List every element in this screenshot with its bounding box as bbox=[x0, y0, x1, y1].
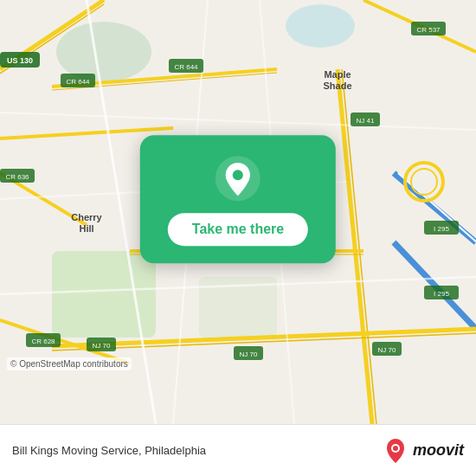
bottom-bar: Bill Kings Moving Service, Philadelphia … bbox=[0, 424, 476, 476]
svg-text:NJ 70: NJ 70 bbox=[240, 351, 258, 358]
svg-text:I 295: I 295 bbox=[434, 225, 449, 233]
svg-text:CR 636: CR 636 bbox=[5, 173, 29, 181]
business-name: Bill Kings Moving Service, Philadelphia bbox=[12, 444, 371, 457]
osm-credit: © OpenStreetMap contributors bbox=[7, 357, 132, 370]
osm-credit-text: © OpenStreetMap contributors bbox=[10, 359, 128, 369]
svg-text:CR 644: CR 644 bbox=[66, 78, 90, 86]
svg-point-2 bbox=[286, 4, 355, 48]
svg-text:NJ 70: NJ 70 bbox=[93, 342, 111, 350]
svg-text:I 295: I 295 bbox=[434, 290, 449, 298]
svg-text:Maple: Maple bbox=[324, 69, 351, 80]
take-me-there-button[interactable]: Take me there bbox=[168, 213, 308, 246]
svg-point-62 bbox=[233, 170, 243, 180]
svg-text:CR 628: CR 628 bbox=[31, 338, 55, 345]
svg-text:NJ 41: NJ 41 bbox=[357, 117, 375, 125]
svg-text:CR 644: CR 644 bbox=[174, 63, 198, 71]
moovit-pin-icon bbox=[382, 437, 409, 465]
svg-text:NJ 70: NJ 70 bbox=[378, 346, 396, 354]
svg-point-64 bbox=[393, 446, 398, 451]
svg-text:Cherry: Cherry bbox=[71, 212, 102, 222]
svg-point-1 bbox=[56, 22, 151, 82]
popup-card: Take me there bbox=[140, 135, 336, 263]
svg-text:CR 537: CR 537 bbox=[416, 26, 441, 34]
svg-text:Shade: Shade bbox=[323, 80, 351, 91]
svg-text:US 130: US 130 bbox=[7, 56, 33, 65]
moovit-brand-text: moovit bbox=[413, 441, 464, 460]
map-container: US 130 CR 644 CR 644 CR 537 NJ 41 CR 636… bbox=[0, 0, 476, 424]
moovit-logo: moovit bbox=[382, 437, 464, 465]
location-pin-icon bbox=[215, 156, 261, 201]
svg-text:Hill: Hill bbox=[79, 223, 93, 234]
